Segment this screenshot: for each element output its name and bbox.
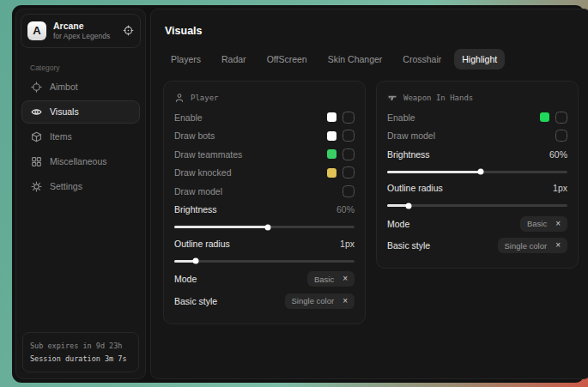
sidebar-item-label: Visuals (50, 106, 79, 117)
row-label: Draw knocked (174, 167, 232, 178)
app-subtitle: for Apex Legends (53, 32, 110, 41)
row-label: Brightness (387, 149, 430, 160)
row-controls (327, 130, 355, 142)
main-content: Visuals PlayersRadarOffScreenSkin Change… (150, 9, 588, 379)
row-controls (327, 148, 355, 160)
row-controls (327, 166, 355, 178)
panels-container: PlayerEnableDraw botsDraw teammatesDraw … (163, 81, 579, 324)
close-icon[interactable]: × (342, 297, 348, 305)
checkbox[interactable] (342, 112, 355, 124)
slider-row-outline-radius: Outline radius1px (387, 179, 567, 208)
checkbox[interactable] (342, 130, 355, 142)
target-icon[interactable] (123, 25, 134, 36)
app-window: A Arcane for Apex Legends Category Aimbo… (12, 5, 585, 383)
grid-icon (31, 156, 42, 167)
subscription-info: Sub expires in 9d 23h Session duration 3… (22, 332, 139, 372)
checkbox[interactable] (342, 166, 355, 178)
row-controls (540, 112, 567, 124)
app-header: A Arcane for Apex Legends (21, 14, 141, 48)
color-swatch[interactable] (327, 112, 336, 122)
slider[interactable] (387, 204, 567, 207)
tag-label: Basic (527, 219, 547, 228)
panel-title: Weapon In Hands (403, 94, 473, 102)
app-name: Arcane (53, 21, 110, 32)
row-draw-knocked: Draw knocked (174, 164, 355, 183)
row-draw-teammates: Draw teammates (174, 145, 355, 164)
tab-bar: PlayersRadarOffScreenSkin ChangerCrossha… (163, 49, 579, 70)
checkbox[interactable] (342, 148, 355, 160)
gear-icon (31, 181, 42, 192)
cube-icon (31, 131, 42, 142)
row-controls (327, 112, 355, 124)
row-label: Outline radius (174, 239, 230, 249)
tab-radar[interactable]: Radar (214, 49, 254, 70)
tag-single-color[interactable]: Single color× (285, 293, 355, 309)
close-icon[interactable]: × (342, 275, 348, 283)
page-title: Visuals (165, 25, 577, 37)
row-label: Basic style (387, 240, 430, 251)
sidebar-item-aimbot[interactable]: Aimbot (21, 76, 140, 99)
slider-value: 1px (340, 239, 355, 249)
panel-header: Weapon In Hands (387, 85, 567, 108)
tag-single-color[interactable]: Single color× (498, 238, 567, 253)
row-basic-style: Basic styleSingle color× (387, 235, 567, 257)
slider-value: 1px (553, 183, 567, 193)
tab-players[interactable]: Players (163, 49, 209, 70)
tag-label: Basic (314, 275, 334, 284)
slider-label-row: Outline radius1px (387, 179, 567, 198)
slider-handle[interactable] (406, 203, 412, 209)
close-icon[interactable]: × (555, 220, 561, 228)
sidebar-item-miscellaneous[interactable]: Miscellaneous (21, 150, 140, 173)
checkbox[interactable] (555, 112, 567, 124)
slider-handle[interactable] (193, 258, 199, 264)
player-icon (174, 93, 185, 103)
row-draw-model: Draw model (174, 182, 355, 201)
row-label: Outline radius (387, 183, 443, 193)
weapon-icon (387, 93, 397, 103)
tab-skin-changer[interactable]: Skin Changer (320, 49, 391, 70)
tab-highlight[interactable]: Highlight (454, 49, 505, 70)
row-controls (342, 185, 355, 197)
slider-handle[interactable] (265, 224, 271, 230)
tag-basic[interactable]: Basic× (307, 271, 355, 287)
tag-basic[interactable]: Basic× (520, 216, 567, 232)
slider-row-brightness: Brightness60% (387, 145, 567, 173)
row-mode: ModeBasic× (387, 213, 567, 235)
row-label: Draw model (174, 186, 222, 197)
tab-crosshair[interactable]: Crosshair (395, 49, 449, 70)
panel-player: PlayerEnableDraw botsDraw teammatesDraw … (163, 81, 366, 324)
panel-header: Player (174, 85, 355, 108)
checkbox[interactable] (342, 185, 355, 197)
row-label: Enable (387, 112, 415, 123)
sidebar-item-visuals[interactable]: Visuals (21, 100, 140, 124)
tab-offscreen[interactable]: OffScreen (259, 49, 315, 70)
slider[interactable] (174, 226, 355, 228)
slider[interactable] (387, 171, 567, 173)
row-basic-style: Basic styleSingle color× (174, 290, 355, 312)
color-swatch[interactable] (327, 149, 336, 159)
slider-label-row: Outline radius1px (174, 234, 355, 253)
row-label: Basic style (174, 296, 217, 306)
row-mode: ModeBasic× (174, 269, 355, 291)
session-duration-text: Session duration 3m 7s (30, 353, 131, 365)
close-icon[interactable]: × (555, 241, 561, 250)
slider[interactable] (174, 260, 355, 263)
color-swatch[interactable] (540, 112, 549, 122)
sidebar: A Arcane for Apex Legends Category Aimbo… (15, 9, 146, 379)
row-label: Brightness (174, 204, 217, 215)
row-draw-bots: Draw bots (174, 127, 355, 146)
slider-value: 60% (549, 149, 567, 160)
sidebar-item-items[interactable]: Items (21, 125, 140, 148)
slider-value: 60% (336, 204, 355, 215)
color-swatch[interactable] (327, 131, 336, 141)
sidebar-item-label: Aimbot (50, 82, 78, 92)
sidebar-item-label: Items (50, 131, 72, 142)
sidebar-item-settings[interactable]: Settings (21, 175, 140, 198)
color-swatch[interactable] (327, 168, 336, 178)
panel-weapon-in-hands: Weapon In HandsEnableDraw modelBrightnes… (376, 81, 579, 269)
row-label: Draw teammates (174, 149, 242, 160)
slider-label-row: Brightness60% (387, 145, 567, 164)
category-label: Category (30, 63, 145, 72)
checkbox[interactable] (555, 130, 567, 142)
slider-handle[interactable] (478, 169, 484, 175)
